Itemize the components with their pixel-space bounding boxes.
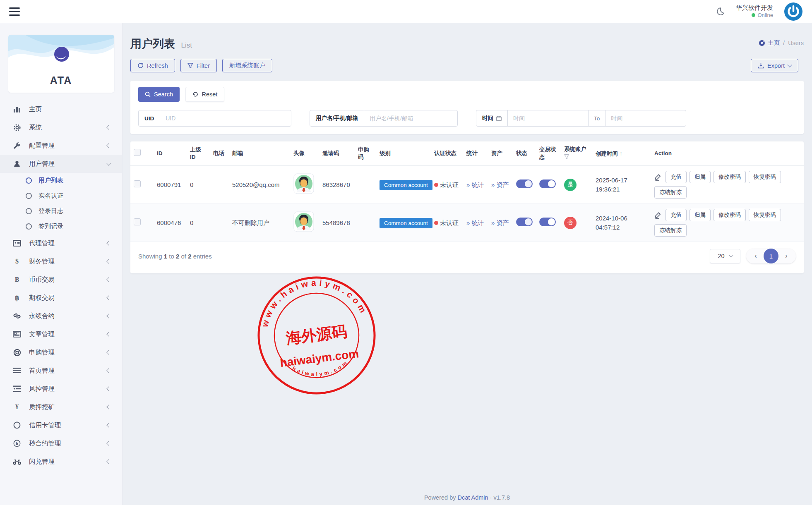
created-label: 创建时间 [596,151,618,157]
freeze-unfreeze-button[interactable]: 冻结解冻 [654,186,687,199]
sidebar-item-spot-trade[interactable]: B 币币交易 [0,270,122,289]
user-info[interactable]: 华兴软件开发 Online [736,4,773,19]
restore-password-button[interactable]: 恢复密码 [749,209,781,221]
page-footer: Powered by Dcat Admin · v1.7.8 [122,494,812,501]
sidebar-item-label: 财务管理 [29,257,107,266]
export-button[interactable]: Export [751,59,798,72]
edit-pencil-icon[interactable] [654,173,662,181]
sidebar-item-credit-card[interactable]: 信用卡管理 [0,416,122,434]
uid-field-group: UID [138,110,291,127]
sidebar-item-kyc[interactable]: 实名认证 [0,188,122,203]
col-header-level: 级别 [376,141,431,166]
user-avatar[interactable] [293,173,314,194]
breadcrumb-home-link[interactable]: 主页 [759,39,780,47]
level-badge: Common account [380,218,432,228]
sidebar-toggle-icon[interactable] [9,7,20,16]
sidebar-item-perpetual[interactable]: 永续合约 [0,307,122,325]
sidebar-item-system[interactable]: 系统 [0,118,122,136]
sidebar-item-agents[interactable]: 代理管理 [0,234,122,252]
user-avatar[interactable] [293,211,314,232]
stats-link[interactable]: » 统计 [466,219,484,226]
status-toggle[interactable] [516,218,533,226]
row-checkbox[interactable] [134,180,141,187]
restore-password-button[interactable]: 恢复密码 [749,171,781,183]
top-navbar: 华兴软件开发 Online [0,0,812,23]
chevron-down-icon [787,62,792,67]
sidebar-item-homepage[interactable]: 首页管理 [0,361,122,380]
col-header-phone: 电话 [210,141,229,166]
dark-mode-moon-icon[interactable] [715,7,725,17]
status-toggle[interactable] [516,180,533,188]
sidebar-item-label: 质押挖矿 [29,403,107,412]
time-from-input[interactable] [508,110,588,126]
search-button[interactable]: Search [138,87,180,102]
trade-status-toggle[interactable] [539,218,556,226]
trade-status-toggle[interactable] [539,180,556,188]
search-icon [145,91,151,97]
sidebar-item-options-trade[interactable]: ฿ 期权交易 [0,289,122,307]
belong-button[interactable]: 归属 [689,171,711,183]
sidebar-item-users[interactable]: 用户管理 [0,155,122,173]
sidebar-item-label: 签到记录 [38,223,111,230]
freeze-unfreeze-button[interactable]: 冻结解冻 [654,224,687,237]
cell-phone [210,204,229,242]
sidebar-item-label: 用户列表 [38,177,111,184]
filter-button[interactable]: Filter [180,59,217,72]
sidebar-item-user-list[interactable]: 用户列表 [0,173,122,188]
select-all-checkbox[interactable] [134,149,141,156]
per-page-select[interactable]: 20 [710,249,740,263]
table-row: 6000476 0 不可删除用户 [130,204,804,242]
recharge-button[interactable]: 充值 [665,171,687,183]
circle-icon [26,223,32,230]
username-input[interactable] [364,110,457,126]
page-1-button[interactable]: 1 [764,249,778,263]
sidebar-item-checkin-log[interactable]: 签到记录 [0,219,122,234]
col-header-stats: 统计 [463,141,488,166]
change-password-button[interactable]: 修改密码 [714,209,746,221]
sidebar-item-home[interactable]: 主页 [0,100,122,118]
sidebar-item-label: 系统 [29,123,107,132]
brand-card[interactable]: ATA [8,35,114,93]
assets-link[interactable]: » 资产 [491,181,509,188]
add-system-account-button[interactable]: 新增系统账户 [222,59,272,72]
cell-created: 2024-10-06 04:57:12 [592,204,651,242]
sidebar-item-finance[interactable]: $ 财务管理 [0,252,122,270]
sidebar-item-label: 申购管理 [29,348,107,357]
user-avatar-power-icon[interactable] [784,2,803,21]
belong-button[interactable]: 归属 [689,209,711,221]
row-checkbox[interactable] [134,218,141,225]
time-to-input[interactable] [605,110,686,126]
sidebar-item-label: 文章管理 [29,330,107,339]
filter-label: Filter [197,62,210,69]
sidebar-item-login-log[interactable]: 登录日志 [0,203,122,219]
next-page-button[interactable]: › [780,252,793,260]
unverified-dot-icon [434,183,438,187]
chevron-left-icon [106,404,111,409]
assets-link[interactable]: » 资产 [491,219,509,226]
refresh-button[interactable]: Refresh [130,59,175,72]
chevron-left-icon [106,368,111,373]
column-filter-icon[interactable] [564,154,569,159]
outdent-icon [12,385,22,393]
reset-button[interactable]: Reset [185,87,224,102]
prev-page-button[interactable]: ‹ [750,252,762,260]
sidebar-item-second-contract[interactable]: 5 秒合约管理 [0,434,122,452]
sidebar-item-risk[interactable]: 风控管理 [0,380,122,398]
auth-status-text: 未认证 [440,181,459,188]
recharge-button[interactable]: 充值 [665,209,687,221]
chevron-left-icon [106,241,111,245]
change-password-button[interactable]: 修改密码 [714,171,746,183]
username-field-group: 用户名/手机/邮箱 [310,110,458,127]
edit-pencil-icon[interactable] [654,211,662,219]
stats-link[interactable]: » 统计 [466,181,484,188]
sidebar-item-flash-exchange[interactable]: 闪兑管理 [0,452,122,471]
sidebar-item-staking[interactable]: ¥ 质押挖矿 [0,398,122,416]
col-header-action: Action [651,141,804,166]
dcat-admin-link[interactable]: Dcat Admin [458,494,488,501]
col-header-created[interactable]: 创建时间↑ [592,141,651,166]
sidebar-item-config[interactable]: 配置管理 [0,136,122,155]
uid-input[interactable] [160,110,291,126]
sidebar-item-label: 首页管理 [29,366,107,375]
sidebar-item-subscription[interactable]: 申购管理 [0,343,122,361]
sidebar-item-articles[interactable]: 文章管理 [0,325,122,343]
